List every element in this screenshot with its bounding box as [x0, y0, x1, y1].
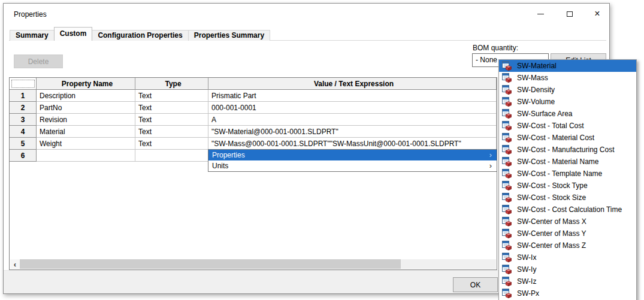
custom-property-cube-icon [502, 109, 512, 119]
custom-property-cube-icon [502, 169, 512, 178]
cell-property-name[interactable]: Description [37, 90, 135, 102]
minimize-button[interactable] [528, 4, 552, 24]
custom-property-cube-icon [502, 145, 512, 154]
cell-value[interactable]: "SW-Mass@000-001-0001.SLDPRT""SW-MassUni… [208, 138, 497, 150]
custom-property-cube-icon [502, 241, 512, 250]
property-menu-item-sw-cost-total-cost[interactable]: SW-Cost - Total Cost [499, 120, 636, 132]
submenu-arrow-icon: › [489, 160, 492, 171]
property-menu-label: SW-Center of Mass Z [517, 241, 586, 250]
property-menu-item-sw-iz[interactable]: SW-Iz [499, 275, 636, 287]
property-menu-label: SW-Surface Area [517, 110, 572, 118]
property-menu-item-sw-material[interactable]: SW-Material [499, 60, 636, 72]
cell-type[interactable] [135, 150, 208, 162]
cell-property-name[interactable]: Revision [37, 114, 135, 126]
property-menu-item-sw-density[interactable]: SW-Density [499, 84, 636, 96]
row-number[interactable]: 4 [10, 126, 37, 138]
property-menu-item-sw-cost-material-cost[interactable]: SW-Cost - Material Cost [499, 132, 636, 144]
property-menu-item-sw-mass[interactable]: SW-Mass [499, 72, 636, 84]
ok-button[interactable]: OK [453, 277, 498, 292]
property-menu-label: SW-Volume [517, 98, 555, 106]
custom-property-cube-icon [502, 289, 512, 298]
property-menu-item-sw-cost-material-name[interactable]: SW-Cost - Material Name [499, 156, 636, 168]
row-number[interactable]: 1 [10, 90, 37, 102]
property-menu-item-sw-center-of-mass-x[interactable]: SW-Center of Mass X [499, 216, 636, 228]
close-button[interactable]: × [585, 4, 609, 24]
tab-custom[interactable]: Custom [54, 27, 93, 41]
cell-property-name[interactable] [37, 150, 135, 162]
property-menu-label: SW-Material [517, 62, 557, 70]
property-menu-item-sw-iy[interactable]: SW-Iy [499, 263, 636, 275]
maximize-icon [567, 11, 573, 17]
custom-property-cube-icon [502, 121, 512, 131]
delete-button[interactable]: Delete [14, 54, 63, 68]
cell-type[interactable]: Text [135, 102, 208, 114]
property-menu-label: SW-Cost - Total Cost [517, 122, 584, 130]
custom-property-cube-icon [502, 157, 512, 166]
property-menu-label: SW-Cost - Manufacturing Cost [517, 146, 615, 154]
bom-quantity-label: BOM quantity: [473, 44, 518, 52]
bom-quantity-value: - None [476, 56, 497, 64]
property-menu-item-sw-cost-cost-calculation-time[interactable]: SW-Cost - Cost Calculation Time [499, 204, 636, 216]
property-menu-item-sw-cost-template-name[interactable]: SW-Cost - Template Name [499, 168, 636, 180]
cell-value[interactable]: A [208, 114, 497, 126]
table-row: 2PartNoText000-001-0001 [10, 102, 497, 114]
grid-header-row: Property NameTypeValue / Text Expression [10, 78, 497, 90]
cell-property-name[interactable]: PartNo [37, 102, 135, 114]
row-number[interactable]: 6 [10, 150, 37, 162]
maximize-button[interactable] [558, 4, 582, 24]
custom-property-cube-icon [502, 181, 512, 190]
table-row: 1DescriptionTextPrismatic Part [10, 90, 497, 102]
property-menu-item-sw-center-of-mass-z[interactable]: SW-Center of Mass Z [499, 240, 636, 251]
property-menu-item-sw-ix[interactable]: SW-Ix [499, 251, 636, 263]
custom-property-cube-icon [502, 229, 512, 238]
custom-property-cube-icon [502, 217, 512, 226]
property-menu-label: SW-Center of Mass X [517, 217, 586, 226]
custom-property-cube-icon [502, 205, 512, 214]
scrollbar-thumb[interactable] [20, 259, 401, 269]
property-menu-item-sw-cost-stock-size[interactable]: SW-Cost - Stock Size [499, 192, 636, 204]
dialog-title: Properties [14, 10, 47, 19]
property-menu-item-sw-px[interactable]: SW-Px [499, 287, 636, 299]
cell-value[interactable]: Prismatic Part [208, 90, 497, 102]
custom-property-cube-icon [502, 61, 512, 71]
property-menu-label: SW-Cost - Stock Size [517, 193, 586, 202]
submenu-arrow-icon: › [489, 150, 492, 160]
column-header-value: Value / Text Expression [208, 78, 497, 90]
table-row: 3RevisionTextA [10, 114, 497, 126]
property-menu-label: SW-Mass [517, 74, 548, 82]
tab-summary[interactable]: Summary [10, 30, 55, 41]
tab-configuration-properties[interactable]: Configuration Properties [92, 30, 188, 41]
row-number[interactable]: 5 [10, 138, 37, 150]
cell-property-name[interactable]: Material [37, 126, 135, 138]
cell-type[interactable]: Text [135, 138, 208, 150]
horizontal-scrollbar[interactable]: ‹ [10, 259, 496, 269]
row-number[interactable]: 2 [10, 102, 37, 114]
property-menu-label: SW-Cost - Stock Type [517, 181, 588, 190]
property-menu-label: SW-Px [517, 289, 539, 298]
cell-value[interactable]: 000-001-0001 [208, 102, 497, 114]
property-menu-label: SW-Iz [517, 277, 536, 286]
context-menu-item-units[interactable]: Units› [208, 160, 497, 171]
title-bar[interactable]: Properties × [4, 4, 609, 25]
row-number[interactable]: 3 [10, 114, 37, 126]
property-menu-label: SW-Ix [517, 253, 536, 262]
property-menu-item-sw-center-of-mass-y[interactable]: SW-Center of Mass Y [499, 228, 636, 240]
cell-property-name[interactable]: Weight [37, 138, 135, 150]
property-menu-item-sw-cost-manufacturing-cost[interactable]: SW-Cost - Manufacturing Cost [499, 144, 636, 156]
cell-type[interactable]: Text [135, 90, 208, 102]
close-icon: × [594, 9, 600, 19]
properties-grid: Property NameTypeValue / Text Expression… [9, 77, 497, 270]
cell-value[interactable]: "SW-Material@000-001-0001.SLDPRT" [208, 126, 497, 138]
cell-type[interactable]: Text [135, 126, 208, 138]
property-menu-label: SW-Iy [517, 265, 536, 274]
property-menu-item-sw-surface-area[interactable]: SW-Surface Area [499, 108, 636, 120]
custom-property-cube-icon [502, 253, 512, 262]
property-menu-item-sw-cost-stock-type[interactable]: SW-Cost - Stock Type [499, 180, 636, 192]
property-menu-item-sw-volume[interactable]: SW-Volume [499, 96, 636, 108]
custom-property-cube-icon [502, 133, 512, 143]
context-menu-item-properties[interactable]: Properties› [208, 150, 497, 160]
cell-type[interactable]: Text [135, 114, 208, 126]
tab-properties-summary[interactable]: Properties Summary [188, 30, 270, 41]
scroll-left-arrow[interactable]: ‹ [10, 259, 20, 269]
cell-context-menu: Properties›Units› [208, 149, 497, 172]
